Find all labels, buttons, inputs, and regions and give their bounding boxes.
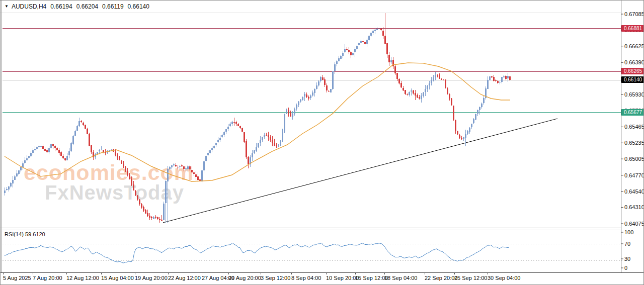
time-tick-label: 15 Aug 04:00 (101, 275, 134, 281)
price-level-badge: 0.66140 (621, 76, 644, 83)
rsi-scale-label: 100 (624, 229, 633, 235)
quote-low: 0.66119 (102, 3, 124, 10)
price-level-badge: 0.65677 (621, 109, 644, 116)
time-tick-label: 7 Aug 20:00 (33, 275, 62, 281)
price-tick-label: 0.67085 (624, 11, 644, 17)
quote-high: 0.66204 (76, 3, 98, 10)
price-tick-label: 0.65465 (624, 124, 644, 130)
time-tick-label: 10 Sep 20:00 (326, 275, 359, 281)
rsi-name: RSI(14) (5, 231, 24, 237)
rsi-scale-label: 30 (624, 256, 630, 262)
chart-title: ▼ AUDUSD,H4 0.66194 0.66204 0.66119 0.66… (5, 3, 149, 11)
price-level-badge: 0.66265 (621, 68, 644, 74)
symbol-dropdown-icon[interactable]: ▼ (5, 4, 9, 9)
quote-close: 0.66140 (128, 3, 149, 10)
price-tick-label: 0.66625 (624, 43, 644, 49)
time-tick-label: 18 Sep 04:00 (384, 275, 417, 281)
quote-open: 0.66194 (50, 3, 72, 10)
time-tick-label: 22 Sep 20:00 (425, 275, 457, 281)
symbol-timeframe: AUDUSD,H4 (12, 3, 46, 10)
time-tick-label: 29 Aug 20:00 (228, 275, 261, 281)
price-level-badge: 0.66881 (621, 25, 644, 32)
rsi-value: 59.6120 (25, 231, 45, 237)
price-tick-label: 0.65235 (624, 140, 644, 146)
time-tick-label: 25 Sep 12:00 (454, 275, 487, 281)
price-tick-label: 0.66390 (624, 59, 644, 65)
price-chart-canvas[interactable] (1, 1, 643, 284)
price-tick-label: 0.64770 (624, 172, 644, 178)
rsi-scale-label: 0 (624, 265, 627, 271)
time-tick-label: 12 Aug 12:00 (66, 275, 99, 281)
price-tick-label: 0.64540 (624, 188, 644, 195)
rsi-scale-label: 70 (624, 241, 630, 247)
price-tick-label: 0.65005 (624, 156, 644, 162)
time-tick-label: 3 Sep 12:00 (261, 275, 290, 281)
price-tick-label: 0.64310 (624, 204, 644, 210)
time-tick-label: 5 Aug 2025 (3, 275, 31, 281)
time-tick-label: 8 Sep 04:00 (291, 275, 321, 281)
time-tick-label: 30 Sep 04:00 (488, 275, 520, 281)
time-tick-label: 22 Aug 12:00 (168, 275, 201, 281)
chart-window: economies.com FxNewsToday ▼ AUDUSD,H4 0.… (0, 0, 644, 285)
price-tick-label: 0.65930 (624, 91, 644, 98)
time-tick-label: 15 Sep 12:00 (355, 275, 388, 281)
price-tick-label: 0.64075 (624, 221, 644, 227)
time-tick-label: 19 Aug 20:00 (135, 275, 168, 281)
rsi-indicator-label: RSI(14) 59.6120 (5, 231, 45, 237)
